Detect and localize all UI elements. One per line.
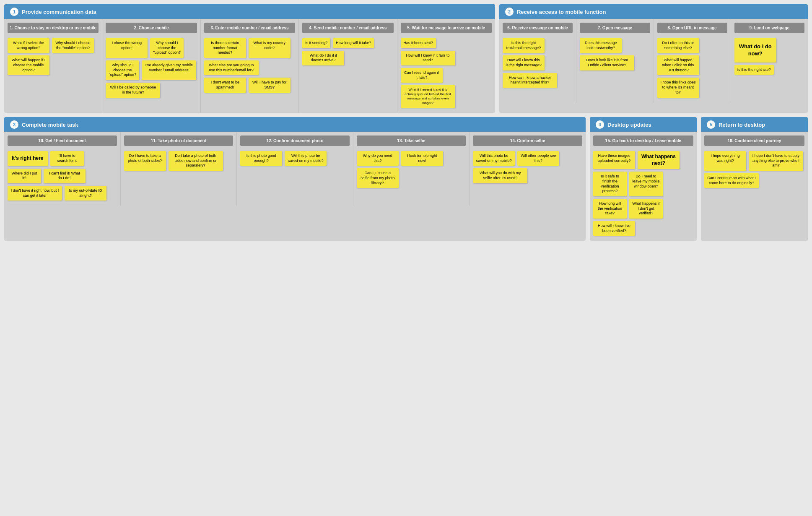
col16-header: 16. Continue client journey [704, 136, 804, 146]
sticky-note: What if I select the wrong option? [8, 38, 49, 53]
sticky-note: What do I do if it doesn't arrive? [302, 51, 344, 65]
sticky-note: Is my out-of-date ID alright? [65, 186, 106, 201]
sticky-note: Is there a certain number format needed? [204, 38, 246, 58]
section4-num: 4 [596, 120, 604, 129]
section4-header: 4 Desktop updates [590, 117, 697, 132]
sticky-note: Why should I choose the "upload" option? [106, 60, 139, 80]
col16-notes: I hope everything was right? I hope I do… [704, 149, 804, 190]
section5-num: 5 [707, 120, 715, 129]
sticky-note: Is this photo good enough? [240, 151, 282, 166]
section2-header: 2 Receive access to mobile function [499, 4, 808, 19]
col7-header: 7. Open message [580, 23, 650, 33]
section1-num: 1 [10, 8, 18, 16]
col15-header: 15. Go back to desktop / Leave mobile [593, 136, 693, 146]
sticky-note: Can I continue on with what I came here … [704, 173, 759, 188]
col12-notes: Is this photo good enough? Will this pho… [240, 149, 350, 167]
sticky-note: I hope everything was right? [704, 151, 746, 171]
sticky-note: What else are you going to use this numb… [204, 60, 259, 75]
col8-header: 8. Open URL in message [657, 23, 727, 33]
sticky-note: How can I know a hacker hasn't intercept… [503, 73, 557, 88]
col-11: 11. Take photo of document Do I have to … [121, 132, 237, 206]
section1-block: 1 Provide communication data 1. Choose t… [4, 4, 495, 113]
sticky-note: I've already given my mobile number / em… [142, 60, 196, 80]
sticky-note: Is it safe to finish the verification pr… [593, 172, 627, 196]
col13-notes: Why do you need this? I look terrible ri… [357, 149, 466, 190]
sticky-note: I can't find it! What do I do? [44, 169, 86, 183]
col-9: 9. Land on webpage What do I do now? Is … [731, 19, 808, 103]
sticky-note: Is it sending? [302, 38, 330, 48]
section2-num: 2 [505, 8, 514, 16]
col-7: 7. Open message Does this message look t… [576, 19, 654, 103]
sticky-note: I don't have it right now, but I can get… [8, 186, 62, 201]
sticky-note: Do I have to take a photo of both sides? [124, 151, 166, 171]
sticky-note: I chose the wrong option! [106, 38, 148, 58]
sticky-note: Can I just use a selfie from my photo li… [357, 168, 399, 188]
section2-title: Receive access to mobile function [517, 9, 606, 15]
col-3: 3. Enter mobile number / email address I… [201, 19, 299, 113]
sticky-note: Do I need to leave my mobile window open… [629, 172, 663, 196]
col1-notes: What if I select the wrong option? Why s… [8, 36, 99, 77]
section5-title: Return to desktop [719, 122, 765, 128]
col-8: 8. Open URL in message Do I click on thi… [654, 19, 731, 103]
sticky-note: How will I know this is the right messag… [503, 55, 545, 70]
section2-block: 2 Receive access to mobile function 6. R… [499, 4, 808, 113]
top-row: 1 Provide communication data 1. Choose t… [4, 4, 808, 113]
col-6: 6. Receive message on mobile Is this the… [499, 19, 576, 103]
section5-columns: 16. Continue client journey I hope every… [701, 132, 808, 193]
section2-columns: 6. Receive message on mobile Is this the… [499, 19, 808, 103]
col10-notes: It's right here I'll have to search for … [8, 149, 117, 202]
col-10: 10. Get / Find document It's right here … [4, 132, 121, 206]
main-container: 1 Provide communication data 1. Choose t… [0, 0, 812, 245]
sticky-note: Has it been sent? [401, 38, 436, 48]
sticky-note: Will this photo be saved on my mobile? [285, 151, 327, 166]
sticky-note: How long will it take? [333, 38, 374, 48]
sticky-note: Will other people see this? [517, 151, 559, 166]
sticky-note: Do I take a photo of both sides now and … [169, 151, 223, 171]
col-16: 16. Continue client journey I hope every… [701, 132, 808, 193]
col1-header: 1. Choose to stay on desktop or use mobi… [8, 23, 99, 33]
sticky-note: Why should I choose the "upload" option? [150, 38, 184, 58]
sticky-note: What happens if I don't get verified? [629, 199, 663, 219]
col11-header: 11. Take photo of document [124, 136, 233, 146]
col5-notes: Has it been sent? How will I know if it … [401, 36, 492, 109]
section1-title: Provide communication data [22, 9, 96, 15]
sticky-note: What will happen if I choose the mobile … [8, 55, 49, 75]
sticky-note: Can I resend again if it fails? [401, 68, 443, 83]
col10-header: 10. Get / Find document [8, 136, 117, 146]
section3-title: Complete mobile task [22, 122, 78, 128]
sticky-note: Why do you need this? [357, 151, 399, 166]
section3-num: 3 [10, 120, 18, 129]
col4-header: 4. Send mobile number / email address [302, 23, 393, 33]
sticky-note: What happens next? [638, 151, 680, 169]
sticky-note: Why should I choose the "mobile" option? [52, 38, 94, 53]
col12-header: 12. Confirm document photo [240, 136, 350, 146]
section3-columns: 10. Get / Find document It's right here … [4, 132, 586, 206]
col-2: 2. Choose mobile I chose the wrong optio… [102, 19, 200, 113]
sticky-note: What is my country code? [249, 38, 291, 58]
col15-notes: Have these images uploaded correctly? Wh… [593, 149, 693, 237]
col5-header: 5. Wait for message to arrive on mobile [401, 23, 492, 33]
sticky-note: What will you do with my selfie after it… [473, 168, 527, 183]
sticky-note: I don't want to be spammed! [204, 78, 246, 92]
col7-notes: Does this message look trustworthy? Does… [580, 36, 650, 72]
col4-notes: Is it sending? How long will it take? Wh… [302, 36, 393, 67]
sticky-note: How long will the verification take? [593, 199, 627, 219]
sticky-note: How will I know I've been verified? [593, 221, 635, 236]
col3-header: 3. Enter mobile number / email address [204, 23, 295, 33]
section1-columns: 1. Choose to stay on desktop or use mobi… [4, 19, 495, 113]
sticky-note: Will this photo be saved on my mobile? [473, 151, 515, 166]
col3-notes: Is there a certain number format needed?… [204, 36, 295, 94]
sticky-note: I'll have to search for it [50, 151, 84, 166]
col2-header: 2. Choose mobile [106, 23, 197, 33]
col-14: 14. Confirm selfie Will this photo be sa… [470, 132, 586, 206]
sticky-note: Have these images uploaded correctly? [593, 151, 635, 169]
sticky-note: Does this message look trustworthy? [580, 38, 622, 53]
section1-header: 1 Provide communication data [4, 4, 495, 19]
col-13: 13. Take selfie Why do you need this? I … [353, 132, 470, 206]
sticky-note: Is this the right text/email message? [503, 38, 545, 53]
sticky-note: Do I click on this or something else? [657, 38, 699, 53]
section4-block: 4 Desktop updates 15. Go back to desktop… [590, 117, 697, 241]
col6-header: 6. Receive message on mobile [503, 23, 573, 33]
col14-notes: Will this photo be saved on my mobile? W… [473, 149, 582, 185]
sticky-note: What if I resend it and it is actually q… [401, 85, 455, 108]
